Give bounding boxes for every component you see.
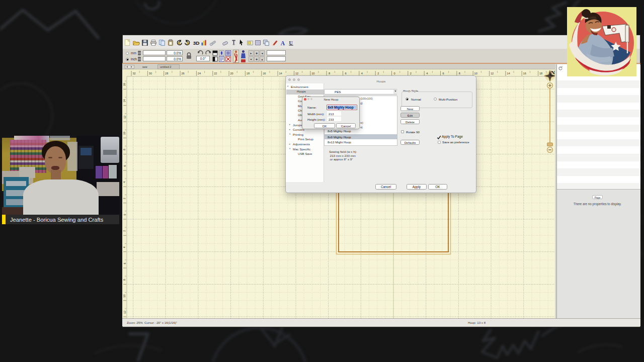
svg-text:3D: 3D (193, 40, 200, 46)
svg-text:12: 12 (491, 72, 494, 75)
svg-text:24: 24 (198, 72, 201, 75)
svg-text:2: 2 (123, 198, 126, 199)
svg-text:4: 4 (361, 72, 363, 75)
svg-text:8: 8 (123, 279, 126, 281)
svg-text:16: 16 (123, 83, 126, 86)
svg-text:10: 10 (311, 72, 314, 75)
svg-text:4: 4 (426, 72, 428, 75)
svg-text:4: 4 (123, 246, 126, 248)
svg-text:14: 14 (507, 72, 510, 75)
svg-text:2: 2 (123, 230, 126, 232)
svg-text:A: A (281, 40, 285, 46)
svg-text:2: 2 (377, 72, 379, 75)
svg-text:6: 6 (123, 165, 126, 167)
svg-text:16: 16 (523, 72, 526, 75)
svg-text:6: 6 (442, 72, 444, 75)
svg-text:12: 12 (123, 311, 126, 314)
svg-text:28: 28 (165, 72, 168, 75)
svg-text:32: 32 (132, 72, 135, 75)
svg-text:8: 8 (329, 72, 330, 75)
svg-text:2: 2 (410, 72, 412, 75)
svg-text:10: 10 (123, 295, 126, 298)
svg-text:10: 10 (474, 72, 477, 75)
svg-text:4: 4 (123, 182, 126, 183)
svg-text:26: 26 (181, 72, 184, 75)
svg-text:18: 18 (247, 72, 250, 75)
svg-text:16: 16 (263, 72, 266, 75)
svg-text:6: 6 (345, 72, 346, 75)
svg-text:22: 22 (214, 72, 217, 75)
svg-text:U: U (289, 40, 292, 46)
svg-text:10: 10 (123, 132, 126, 135)
svg-text:12: 12 (123, 116, 126, 119)
svg-text:0: 0 (393, 72, 395, 75)
svg-text:8: 8 (123, 149, 126, 150)
svg-text:N: N (551, 69, 555, 75)
svg-text:12: 12 (295, 72, 298, 75)
svg-text:14: 14 (123, 100, 126, 103)
svg-text:8: 8 (459, 72, 460, 75)
svg-text:6: 6 (123, 263, 126, 264)
svg-text:18: 18 (539, 72, 542, 75)
svg-text:20: 20 (230, 72, 233, 75)
svg-text:30: 30 (149, 72, 152, 75)
svg-text:0: 0 (123, 214, 126, 216)
svg-text:14: 14 (279, 72, 282, 75)
